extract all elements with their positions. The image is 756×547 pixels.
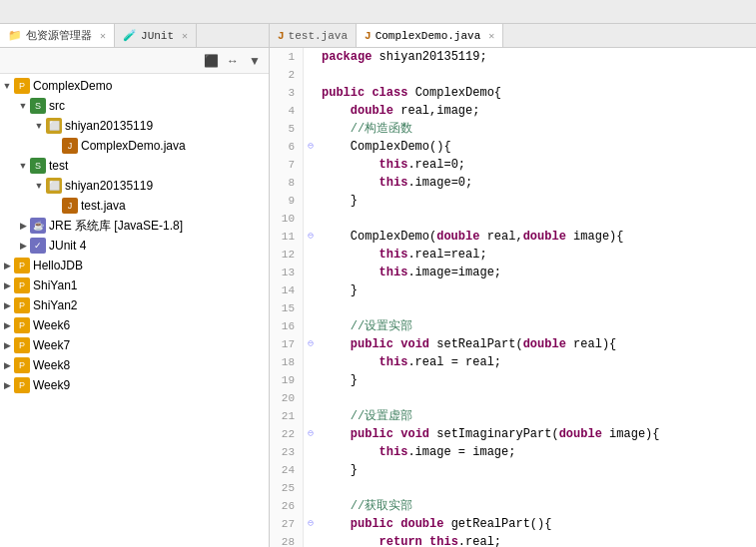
line-content-15[interactable] [318,299,329,317]
editor-tab-bar: J test.java J ComplexDemo.java ✕ [270,24,756,48]
line-number-7: 7 [270,156,304,174]
line-content-22[interactable]: public void setImaginaryPart(double imag… [318,425,660,443]
line-content-6[interactable]: ComplexDemo(){ [318,138,451,156]
tree-item-ComplexDemo[interactable]: ▼PComplexDemo [0,76,269,96]
line-number-19: 19 [270,371,304,389]
line-content-9[interactable]: } [318,192,358,210]
tree-icon-HelloJDB: P [14,258,33,274]
line-content-7[interactable]: this.real=0; [318,156,465,174]
fold-marker-11[interactable]: ⊖ [304,228,318,246]
package-explorer-close[interactable]: ✕ [100,30,106,42]
code-line-7: 7 this.real=0; [270,156,756,174]
line-content-24[interactable]: } [318,461,358,479]
fold-marker-6[interactable]: ⊖ [304,138,318,156]
code-line-22: 22⊖ public void setImaginaryPart(double … [270,425,756,443]
tree-item-Week6[interactable]: ▶PWeek6 [0,315,269,335]
line-content-11[interactable]: ComplexDemo(double real,double image){ [318,228,623,246]
view-menu-button[interactable]: ▼ [245,51,265,71]
fold-marker-17[interactable]: ⊖ [304,335,318,353]
tree-arrow-Week9: ▶ [0,380,14,390]
link-editor-button[interactable]: ↔ [223,51,243,71]
line-content-10[interactable] [318,210,329,228]
line-content-16[interactable]: //设置实部 [318,317,412,335]
line-number-13: 13 [270,264,304,281]
line-content-25[interactable] [318,479,329,497]
code-editor[interactable]: 1package shiyan20135119;2 3public class … [270,48,756,547]
tree-item-test[interactable]: ▼Stest [0,156,269,176]
code-line-2: 2 [270,66,756,84]
tree-label-JUnit4: JUnit 4 [49,239,86,253]
line-content-1[interactable]: package shiyan20135119; [318,48,487,66]
line-number-27: 27 [270,515,304,533]
tree-label-src: src [49,99,65,113]
package-explorer-icon: 📁 [8,29,22,42]
line-content-2[interactable] [318,66,329,84]
left-toolbar: ⬛ ↔ ▼ [0,48,269,74]
line-number-3: 3 [270,84,304,102]
code-line-27: 27⊖ public double getRealPart(){ [270,515,756,533]
line-content-27[interactable]: public double getRealPart(){ [318,515,551,533]
tree-item-JUnit4[interactable]: ▶✓JUnit 4 [0,236,269,256]
line-content-18[interactable]: this.real = real; [318,353,501,371]
junit-close[interactable]: ✕ [182,30,188,42]
tab-complexdemo-java[interactable]: J ComplexDemo.java ✕ [357,24,503,47]
tree-icon-test: S [30,158,49,174]
line-content-26[interactable]: //获取实部 [318,497,412,515]
tab-junit[interactable]: 🧪 JUnit ✕ [115,24,197,47]
tree-icon-shiyan20135119: ⬜ [46,118,65,134]
tree-item-ComplexDemo.java[interactable]: JComplexDemo.java [0,136,269,156]
line-content-17[interactable]: public void setRealPart(double real){ [318,335,616,353]
line-content-13[interactable]: this.image=image; [318,264,501,281]
tab-package-explorer[interactable]: 📁 包资源管理器 ✕ [0,24,115,47]
tab-test-java[interactable]: J test.java [270,24,357,47]
tree-label-Week9: Week9 [33,378,70,392]
tree-item-Week9[interactable]: ▶PWeek9 [0,375,269,395]
tree-label-ComplexDemo: ComplexDemo [33,79,112,93]
tree-item-shiyan20135119-2[interactable]: ▼⬜shiyan20135119 [0,176,269,196]
tree-item-test.java[interactable]: Jtest.java [0,196,269,216]
tree-icon-JUnit4: ✓ [30,238,49,254]
fold-marker-22[interactable]: ⊖ [304,425,318,443]
line-content-14[interactable]: } [318,281,358,299]
tree-item-JRE[interactable]: ▶☕JRE 系统库 [JavaSE-1.8] [0,216,269,236]
tree-label-shiyan20135119: shiyan20135119 [65,119,153,133]
code-line-4: 4 double real,image; [270,102,756,120]
line-number-17: 17 [270,335,304,353]
junit-icon: 🧪 [123,29,137,42]
line-content-8[interactable]: this.image=0; [318,174,472,192]
line-content-4[interactable]: double real,image; [318,102,479,120]
project-tree: ▼PComplexDemo▼Ssrc▼⬜shiyan20135119JCompl… [0,74,269,547]
line-content-19[interactable]: } [318,371,358,389]
code-line-12: 12 this.real=real; [270,246,756,264]
tree-item-src[interactable]: ▼Ssrc [0,96,269,116]
tree-arrow-src: ▼ [16,101,30,111]
line-number-8: 8 [270,174,304,192]
tree-arrow-shiyan20135119: ▼ [32,121,46,131]
junit-label: JUnit [141,30,174,42]
line-content-12[interactable]: this.real=real; [318,246,487,264]
line-content-23[interactable]: this.image = image; [318,443,515,461]
code-line-8: 8 this.image=0; [270,174,756,192]
tree-item-ShiYan1[interactable]: ▶PShiYan1 [0,275,269,295]
tree-arrow-Week8: ▶ [0,360,14,370]
tree-item-HelloJDB[interactable]: ▶PHelloJDB [0,256,269,275]
tree-item-shiyan20135119[interactable]: ▼⬜shiyan20135119 [0,116,269,136]
tree-label-test: test [49,159,68,173]
line-content-5[interactable]: //构造函数 [318,120,412,138]
tree-item-Week7[interactable]: ▶PWeek7 [0,335,269,355]
line-number-22: 22 [270,425,304,443]
tree-icon-ComplexDemo: P [14,78,33,94]
fold-marker-27[interactable]: ⊖ [304,515,318,533]
line-content-21[interactable]: //设置虚部 [318,407,412,425]
code-line-23: 23 this.image = image; [270,443,756,461]
tree-item-Week8[interactable]: ▶PWeek8 [0,355,269,375]
tree-item-ShiYan2[interactable]: ▶PShiYan2 [0,295,269,315]
line-number-21: 21 [270,407,304,425]
tree-arrow-ComplexDemo: ▼ [0,81,14,91]
complexdemo-close[interactable]: ✕ [488,30,494,42]
line-content-20[interactable] [318,389,329,407]
line-content-28[interactable]: return this.real; [318,533,501,547]
collapse-all-button[interactable]: ⬛ [201,51,221,71]
tree-label-shiyan20135119-2: shiyan20135119 [65,179,153,193]
line-content-3[interactable]: public class ComplexDemo{ [318,84,501,102]
